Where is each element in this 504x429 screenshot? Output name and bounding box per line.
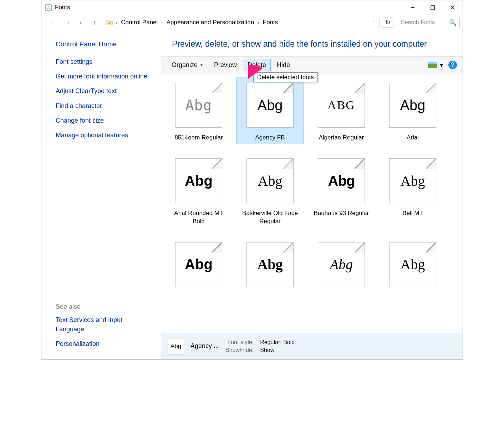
page-fold-icon <box>283 242 293 252</box>
see-also-link-text-services[interactable]: Text Services and Input Language <box>56 316 148 333</box>
page-fold-icon <box>212 242 222 252</box>
toolbar-right: ▼ ? <box>428 61 457 69</box>
sidebar-link-optional-features[interactable]: Manage optional features <box>56 131 148 140</box>
details-thumb-sample: Abg <box>170 343 181 350</box>
font-tile: Abg <box>170 80 227 131</box>
page-fold-icon <box>355 159 365 169</box>
sidebar-link-find-character[interactable]: Find a character <box>56 102 148 111</box>
sidebar-link-font-size[interactable]: Change font size <box>56 116 148 125</box>
details-prop-label: Show/hide: <box>225 347 254 353</box>
font-item[interactable]: AbgArial <box>379 77 447 144</box>
body: Control Panel Home Font settings Get mor… <box>41 30 463 359</box>
details-prop-value: Regular; Bold <box>260 339 295 346</box>
details-properties: Font style: Regular; Bold Show/hide: Sho… <box>225 339 295 353</box>
page-fold-icon <box>355 242 365 252</box>
close-button[interactable] <box>443 0 463 15</box>
font-preview: Abg <box>175 242 222 287</box>
search-icon: 🔍 <box>449 19 457 26</box>
font-item[interactable]: AbgAgency FB <box>236 77 304 144</box>
font-item[interactable]: Abg <box>165 236 233 296</box>
font-sample-text: Abg <box>185 173 213 189</box>
main-content: Preview, delete, or show and hide the fo… <box>161 30 463 359</box>
font-preview: Abg <box>246 158 294 203</box>
page-fold-icon <box>426 83 436 93</box>
font-grid: Abg8514oem RegularAbgAgency FBABGAlgeria… <box>165 77 459 295</box>
font-name-label: Baskerville Old Face Regular <box>240 209 300 225</box>
page-fold-icon <box>355 83 365 93</box>
see-also-link-personalization[interactable]: Personalization <box>56 339 148 348</box>
breadcrumb-item[interactable]: Fonts <box>261 18 280 27</box>
search-input[interactable]: Search Fonts 🔍 <box>398 17 460 28</box>
font-item[interactable]: AbgBauhaus 93 Regular <box>307 153 375 228</box>
chevron-right-icon: › <box>257 20 260 25</box>
fonts-app-icon: A <box>45 4 52 11</box>
hide-label: Hide <box>277 61 290 69</box>
font-tile: Abg <box>170 155 227 206</box>
font-preview: Abg <box>246 242 294 287</box>
chevron-down-icon: ▼ <box>439 62 444 68</box>
font-tile: Abg <box>313 155 370 206</box>
font-tile: Abg <box>313 239 370 290</box>
sidebar-link-cleartype[interactable]: Adjust ClearType text <box>56 87 148 96</box>
up-button[interactable]: ↑ <box>88 17 100 28</box>
page-fold-icon <box>212 83 222 93</box>
svg-rect-3 <box>431 6 434 9</box>
font-item[interactable]: Abg <box>236 236 304 296</box>
delete-button[interactable]: Delete <box>243 59 271 71</box>
window: A Fonts ← → ▾ ↑ A › Control Panel › <box>41 0 463 359</box>
font-tile: Abg <box>242 239 298 290</box>
font-sample-text: ABG <box>327 98 355 112</box>
hide-button[interactable]: Hide <box>272 59 295 71</box>
control-panel-home-link[interactable]: Control Panel Home <box>56 40 155 48</box>
back-button[interactable]: ← <box>48 17 59 28</box>
folder-icon: A <box>105 19 113 26</box>
help-button[interactable]: ? <box>448 61 457 69</box>
font-item[interactable]: Abg <box>379 236 447 296</box>
font-item[interactable]: AbgBaskerville Old Face Regular <box>236 153 304 228</box>
font-tile: Abg <box>170 239 227 290</box>
font-item[interactable]: ABGAlgerian Regular <box>307 77 375 144</box>
sidebar-link-font-settings[interactable]: Font settings <box>56 57 148 66</box>
maximize-button[interactable] <box>423 0 443 15</box>
font-sample-text: Abg <box>185 256 213 272</box>
font-name-label: 8514oem Regular <box>174 134 223 142</box>
search-placeholder: Search Fonts <box>401 19 435 26</box>
font-preview: Abg <box>175 158 222 203</box>
font-name-label: Arial Rounded MT Bold <box>168 209 229 225</box>
address-dropdown[interactable]: ˅ <box>370 20 378 25</box>
font-item[interactable]: AbgBell MT <box>379 153 447 228</box>
font-item[interactable]: AbgArial Rounded MT Bold <box>165 153 233 228</box>
font-preview: Abg <box>389 83 436 128</box>
page-header: Preview, delete, or show and hide the fo… <box>161 30 463 56</box>
forward-button[interactable]: → <box>61 17 73 28</box>
view-options-button[interactable]: ▼ <box>428 62 444 68</box>
font-item[interactable]: Abg8514oem Regular <box>165 77 233 144</box>
font-preview: Abg <box>389 158 436 203</box>
font-tile: Abg <box>385 239 441 290</box>
font-item[interactable]: Abg <box>307 236 375 296</box>
page-fold-icon <box>212 159 222 169</box>
font-name-label: Bauhaus 93 Regular <box>314 209 369 217</box>
breadcrumb-item[interactable]: Appearance and Personalization <box>164 18 256 27</box>
navbar: ← → ▾ ↑ A › Control Panel › Appearance a… <box>41 15 463 30</box>
preview-button[interactable]: Preview <box>209 59 241 71</box>
font-grid-scroll[interactable]: Abg8514oem RegularAbgAgency FBABGAlgeria… <box>161 73 463 333</box>
see-also-section: See also Text Services and Input Languag… <box>56 303 148 354</box>
breadcrumb-item[interactable]: Control Panel <box>119 18 160 27</box>
font-tile: Abg <box>385 80 441 131</box>
minimize-button[interactable] <box>403 0 423 15</box>
titlebar: A Fonts <box>41 0 463 15</box>
font-name-label: Algerian Regular <box>319 134 364 142</box>
font-sample-text: Abg <box>400 97 425 113</box>
page-fold-icon <box>426 159 436 169</box>
organize-label: Organize <box>172 61 198 69</box>
sidebar-link-more-info[interactable]: Get more font information online <box>56 72 148 81</box>
see-also-header: See also <box>56 303 148 311</box>
font-name-label: Bell MT <box>402 209 423 217</box>
address-bar[interactable]: A › Control Panel › Appearance and Perso… <box>102 17 380 28</box>
chevron-down-icon: ▼ <box>200 63 203 67</box>
recent-locations-button[interactable]: ▾ <box>75 17 86 28</box>
organize-button[interactable]: Organize ▼ <box>167 59 208 71</box>
refresh-button[interactable]: ↻ <box>382 17 393 28</box>
font-sample-text: Abg <box>401 173 425 189</box>
